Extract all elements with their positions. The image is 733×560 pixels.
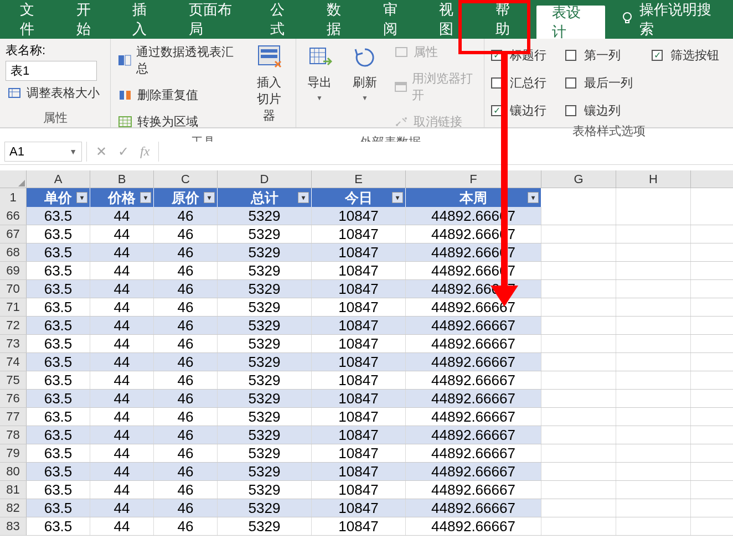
cell[interactable]: 10847	[312, 243, 406, 261]
cell[interactable]: 5329	[218, 408, 312, 426]
opt-filter-button[interactable]: 筛选按钮	[651, 45, 720, 65]
row-header[interactable]: 68	[0, 243, 27, 261]
cell[interactable]: 63.5	[27, 207, 90, 225]
cell-H1[interactable]	[616, 188, 691, 207]
cell[interactable]: 44	[90, 499, 154, 517]
cell[interactable]: 10847	[312, 517, 406, 535]
cell[interactable]: 46	[154, 390, 218, 407]
row-header[interactable]: 71	[0, 298, 27, 316]
cell[interactable]	[616, 298, 691, 316]
cell[interactable]: 44	[90, 463, 154, 480]
cell[interactable]	[616, 408, 691, 426]
cell[interactable]	[616, 517, 691, 535]
cell[interactable]	[541, 408, 616, 426]
cell[interactable]: 5329	[218, 371, 312, 389]
checkbox-icon[interactable]	[565, 105, 576, 116]
tab-pagelayout[interactable]: 页面布局	[173, 0, 255, 39]
row-header[interactable]: 75	[0, 371, 27, 389]
convert-to-range-button[interactable]: 转换为区域	[116, 112, 238, 132]
col-header-G[interactable]: G	[541, 170, 616, 188]
cell[interactable]: 44	[90, 426, 154, 444]
tab-help[interactable]: 帮助	[480, 0, 536, 39]
cell[interactable]: 44	[90, 408, 154, 426]
cell[interactable]: 44892.66667	[406, 298, 541, 316]
cell[interactable]: 44892.66667	[406, 317, 541, 334]
filter-button-A[interactable]: ▾	[76, 192, 87, 203]
cell[interactable]	[616, 444, 691, 462]
chevron-down-icon[interactable]: ▼	[69, 147, 77, 156]
cell[interactable]: 10847	[312, 317, 406, 334]
row-header[interactable]: 73	[0, 335, 27, 352]
cell[interactable]: 10847	[312, 371, 406, 389]
th-C[interactable]: 原价▾	[154, 188, 218, 207]
row-header[interactable]: 67	[0, 225, 27, 243]
cell[interactable]	[616, 499, 691, 517]
col-header-A[interactable]: A	[27, 170, 90, 188]
cell[interactable]	[541, 335, 616, 352]
filter-button-C[interactable]: ▾	[204, 192, 215, 203]
cell[interactable]: 10847	[312, 335, 406, 352]
cell[interactable]	[616, 280, 691, 298]
checkbox-icon[interactable]	[565, 50, 576, 61]
cell[interactable]: 5329	[218, 280, 312, 298]
cell[interactable]: 44892.66667	[406, 499, 541, 517]
cell[interactable]	[541, 517, 616, 535]
insert-slicer-button[interactable]: 插入 切片器	[247, 42, 290, 126]
cell[interactable]: 44	[90, 262, 154, 279]
cell[interactable]: 10847	[312, 426, 406, 444]
cell[interactable]: 44892.66667	[406, 353, 541, 371]
cell[interactable]: 46	[154, 517, 218, 535]
th-B[interactable]: 价格▾	[90, 188, 154, 207]
cell[interactable]: 5329	[218, 517, 312, 535]
cell[interactable]	[616, 390, 691, 407]
cell[interactable]	[616, 463, 691, 480]
tab-data[interactable]: 数据	[311, 0, 368, 39]
cell[interactable]: 46	[154, 298, 218, 316]
cell[interactable]	[541, 243, 616, 261]
tab-view[interactable]: 视图	[424, 0, 480, 39]
row-header[interactable]: 70	[0, 280, 27, 298]
summarize-pivot-button[interactable]: 通过数据透视表汇总	[116, 42, 238, 79]
tab-table-design[interactable]: 表设计	[536, 6, 606, 39]
cell[interactable]: 44	[90, 207, 154, 225]
cell[interactable]	[616, 426, 691, 444]
fx-icon[interactable]: fx	[140, 144, 149, 159]
filter-button-D[interactable]: ▾	[298, 192, 309, 203]
cell[interactable]: 46	[154, 353, 218, 371]
cell[interactable]: 44	[90, 353, 154, 371]
cell[interactable]	[541, 499, 616, 517]
cell[interactable]: 46	[154, 243, 218, 261]
cell[interactable]: 46	[154, 444, 218, 462]
col-header-C[interactable]: C	[154, 170, 218, 188]
cell[interactable]	[616, 353, 691, 371]
row-header[interactable]: 83	[0, 517, 27, 535]
cell[interactable]	[541, 371, 616, 389]
cell[interactable]: 63.5	[27, 463, 90, 480]
cell[interactable]	[541, 353, 616, 371]
cell[interactable]: 63.5	[27, 317, 90, 334]
remove-duplicates-button[interactable]: 删除重复值	[116, 85, 238, 105]
cell[interactable]: 5329	[218, 225, 312, 243]
cell[interactable]	[541, 317, 616, 334]
cell[interactable]: 46	[154, 317, 218, 334]
cell[interactable]: 5329	[218, 335, 312, 352]
tab-formulas[interactable]: 公式	[255, 0, 311, 39]
opt-banded-rows[interactable]: 镶边行	[490, 101, 548, 121]
filter-button-F[interactable]: ▾	[528, 192, 539, 203]
cell[interactable]	[616, 243, 691, 261]
row-header[interactable]: 80	[0, 463, 27, 480]
cell[interactable]: 5329	[218, 463, 312, 480]
cell[interactable]: 10847	[312, 225, 406, 243]
cell[interactable]	[541, 280, 616, 298]
cell[interactable]	[541, 444, 616, 462]
cell[interactable]: 44	[90, 335, 154, 352]
cell[interactable]	[541, 225, 616, 243]
cell[interactable]: 10847	[312, 207, 406, 225]
cell[interactable]	[541, 298, 616, 316]
cell[interactable]: 63.5	[27, 499, 90, 517]
col-header-E[interactable]: E	[312, 170, 406, 188]
cell[interactable]: 10847	[312, 353, 406, 371]
resize-table-button[interactable]: 调整表格大小	[6, 83, 105, 103]
cell[interactable]: 44892.66667	[406, 444, 541, 462]
cell[interactable]	[616, 207, 691, 225]
